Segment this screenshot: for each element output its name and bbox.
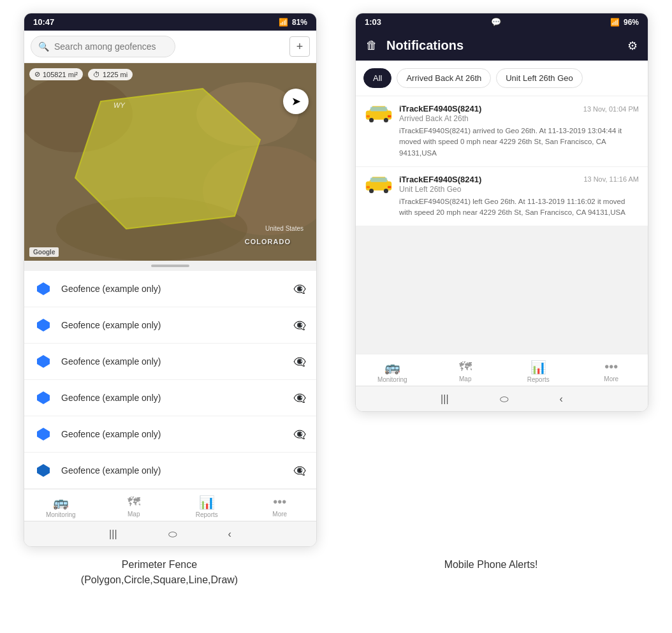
svg-marker-9 — [37, 391, 50, 404]
right-status-bar: 1:03 💬 📶 96% — [356, 13, 648, 31]
nav-monitoring-right[interactable]: 🚌 Monitoring — [356, 360, 429, 383]
geofence-icon-2 — [34, 353, 52, 370]
geofence-item[interactable]: Geofence (example only) 👁‍🗨 — [24, 307, 316, 344]
scroll-bar — [151, 265, 189, 267]
monitoring-icon: 🚌 — [53, 495, 69, 510]
notif-meta-0: iTrackEF4940S(8241) 13 Nov, 01:04 PM Arr… — [399, 104, 639, 123]
us-label: United States — [265, 225, 303, 232]
eye-off-icon-1[interactable]: 👁‍🗨 — [293, 319, 306, 331]
eye-off-icon-4[interactable]: 👁‍🗨 — [293, 428, 306, 440]
bottom-nav-right: 🚌 Monitoring 🗺 Map 📊 Reports ••• More — [356, 354, 648, 386]
monitoring-icon-right: 🚌 — [384, 360, 400, 375]
filter-tab-all[interactable]: All — [363, 68, 391, 88]
svg-rect-21 — [370, 177, 387, 182]
svg-marker-8 — [37, 355, 50, 368]
area-icon: ⊘ — [34, 70, 40, 78]
more-label-right: More — [604, 375, 618, 382]
left-status-bar: 10:47 📶 81% — [24, 13, 316, 31]
svg-point-23 — [384, 189, 388, 193]
notif-event-1: Unit Left 26th Geo — [399, 185, 639, 194]
notif-header-0: iTrackEF4940S(8241) 13 Nov, 01:04 PM Arr… — [365, 104, 639, 123]
map-stats: ⊘ 105821 mi² ⏱ 1225 mi — [29, 68, 133, 80]
map-label-right: Map — [459, 375, 471, 382]
back-btn-right[interactable]: ‹ — [560, 393, 563, 405]
filter-tabs: All Arrived Back At 26th Unit Left 26th … — [356, 61, 648, 96]
notification-item-1[interactable]: iTrackEF4940S(8241) 13 Nov, 11:16 AM Uni… — [356, 167, 648, 227]
svg-marker-6 — [37, 282, 50, 295]
geofence-name-2: Geofence (example only) — [61, 356, 284, 367]
geofence-name-3: Geofence (example only) — [61, 393, 284, 403]
svg-marker-11 — [37, 464, 50, 477]
notif-meta-1: iTrackEF4940S(8241) 13 Nov, 11:16 AM Uni… — [399, 175, 639, 194]
notif-event-0: Arrived Back At 26th — [399, 114, 639, 123]
nav-map[interactable]: 🗺 Map — [98, 495, 171, 518]
home-btn-right[interactable]: ⬭ — [500, 393, 509, 405]
svg-rect-18 — [388, 115, 391, 118]
reports-icon: 📊 — [199, 495, 215, 510]
nav-reports[interactable]: 📊 Reports — [170, 495, 244, 518]
geofence-item[interactable]: Geofence (example only) 👁‍🗨 — [24, 453, 316, 489]
car-icon-0 — [365, 104, 393, 123]
search-input-wrap[interactable]: 🔍 — [31, 36, 284, 57]
notif-header-1: iTrackEF4940S(8241) 13 Nov, 11:16 AM Uni… — [365, 175, 639, 194]
geofence-icon-1 — [34, 316, 52, 334]
add-geofence-button[interactable]: + — [289, 36, 310, 57]
filter-tab-left[interactable]: Unit Left 26th Geo — [496, 68, 583, 88]
trash-button[interactable]: 🗑 — [366, 39, 377, 52]
search-icon: 🔍 — [38, 41, 49, 52]
geofence-item[interactable]: Geofence (example only) 👁‍🗨 — [24, 344, 316, 380]
battery-left: 81% — [292, 18, 307, 27]
geofence-item[interactable]: Geofence (example only) 👁‍🗨 — [24, 416, 316, 453]
distance-stat: ⏱ 1225 mi — [88, 69, 133, 80]
notification-item-0[interactable]: iTrackEF4940S(8241) 13 Nov, 01:04 PM Arr… — [356, 96, 648, 167]
svg-rect-24 — [367, 186, 370, 188]
svg-point-16 — [384, 118, 388, 122]
battery-right: 96% — [624, 18, 639, 27]
search-input[interactable] — [31, 36, 175, 57]
map-icon: 🗺 — [128, 495, 140, 509]
geofence-item[interactable]: Geofence (example only) 👁‍🗨 — [24, 380, 316, 416]
eye-off-icon-2[interactable]: 👁‍🗨 — [293, 356, 306, 368]
left-caption: Perimeter Fence(Polygon,Circle,Square,Li… — [13, 557, 306, 588]
left-time: 10:47 — [33, 17, 54, 27]
eye-off-icon-3[interactable]: 👁‍🗨 — [293, 392, 306, 404]
eye-off-icon-5[interactable]: 👁‍🗨 — [293, 465, 306, 477]
distance-value: 1225 mi — [103, 71, 128, 78]
recent-apps-btn-right[interactable]: ||| — [441, 393, 448, 405]
more-label: More — [272, 511, 287, 518]
svg-rect-14 — [370, 106, 387, 111]
wifi-icon: 📶 — [279, 18, 288, 27]
eye-off-icon-0[interactable]: 👁‍🗨 — [293, 283, 306, 295]
nav-map-right[interactable]: 🗺 Map — [429, 360, 502, 383]
geofence-icon-4 — [34, 425, 52, 443]
notif-device-0: iTrackEF4940S(8241) — [399, 104, 481, 113]
nav-more-right[interactable]: ••• More — [575, 360, 648, 383]
recent-apps-btn[interactable]: ||| — [109, 528, 117, 540]
car-icon-1 — [365, 175, 393, 194]
compass-button[interactable]: ➤ — [283, 89, 309, 114]
search-bar: 🔍 + — [24, 31, 316, 63]
monitoring-label-right: Monitoring — [377, 376, 407, 383]
google-logo: Google — [29, 247, 59, 257]
nav-monitoring[interactable]: 🚌 Monitoring — [24, 495, 98, 518]
svg-rect-25 — [388, 186, 391, 188]
geofence-item[interactable]: Geofence (example only) 👁‍🗨 — [24, 271, 316, 307]
notifications-header: 🗑 Notifications ⚙ — [356, 31, 648, 61]
notif-timestamp-0: 13 Nov, 01:04 PM — [583, 105, 639, 113]
scroll-indicator — [24, 261, 316, 271]
settings-button[interactable]: ⚙ — [627, 39, 638, 53]
geofence-list: Geofence (example only) 👁‍🗨 Geofence (ex… — [24, 271, 316, 489]
monitoring-label: Monitoring — [46, 511, 76, 518]
signal-icon: 📶 — [610, 18, 620, 27]
map-area[interactable]: ⊘ 105821 mi² ⏱ 1225 mi ➤ WY COLORADO Uni… — [24, 63, 316, 261]
geofence-name-5: Geofence (example only) — [61, 465, 284, 476]
svg-marker-7 — [37, 319, 50, 331]
nav-more[interactable]: ••• More — [244, 495, 317, 518]
back-btn[interactable]: ‹ — [228, 528, 231, 540]
empty-area — [356, 226, 648, 354]
notifications-title: Notifications — [386, 38, 618, 53]
filter-tab-arrived[interactable]: Arrived Back At 26th — [397, 68, 491, 88]
notif-body-1: iTrackEF4940S(8241) left Geo 26th. At 11… — [399, 196, 639, 219]
nav-reports-right[interactable]: 📊 Reports — [502, 360, 575, 383]
home-btn[interactable]: ⬭ — [168, 528, 177, 540]
